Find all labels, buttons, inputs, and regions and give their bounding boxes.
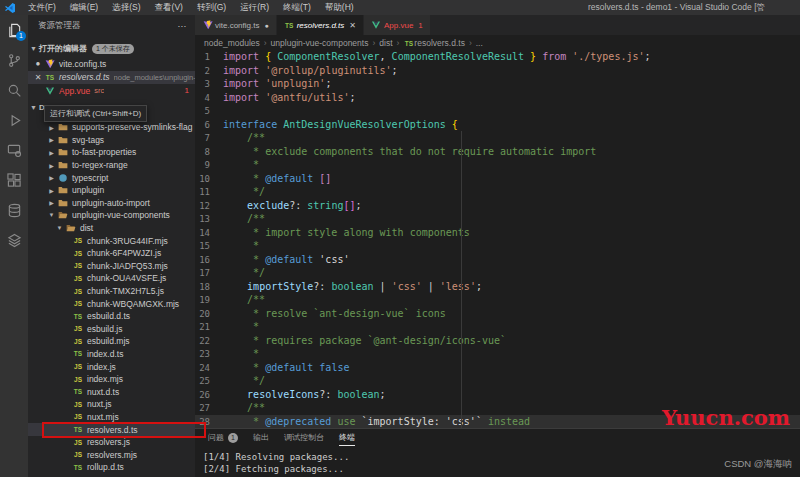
code-line[interactable]: 4import '@antfu/utils';	[195, 91, 800, 105]
line-number: 15	[195, 240, 223, 254]
tree-file-item[interactable]: JSesbuild.mjs	[28, 335, 195, 348]
open-editor-item[interactable]: ✕TSresolvers.d.tsnode_modules\unplugin-v…	[28, 71, 195, 85]
tree-folder-item[interactable]: ▼unplugin-vue-components	[28, 209, 195, 222]
close-icon[interactable]: ✕	[32, 73, 44, 82]
code-line[interactable]: 3import 'unplugin';	[195, 77, 800, 91]
tree-file-item[interactable]: JSchunk-3RUG44IF.mjs	[28, 234, 195, 247]
menu-item-4[interactable]: 转到(G)	[190, 0, 233, 15]
code-line[interactable]: 10 * @default []	[195, 172, 800, 186]
tree-folder-item[interactable]: ▶svg-tags	[28, 134, 195, 147]
menu-item-5[interactable]: 运行(R)	[233, 0, 276, 15]
tree-file-item[interactable]: JSnuxt.mjs	[28, 411, 195, 424]
extensions-icon[interactable]	[0, 165, 28, 195]
panel-tab-调试控制台[interactable]: 调试控制台	[284, 429, 324, 446]
tree-folder-item[interactable]: ▶to-regex-range	[28, 159, 195, 172]
code-line[interactable]: 21 *	[195, 320, 800, 334]
tree-item-label: nuxt.js	[87, 399, 112, 409]
breadcrumb-separator-icon: ›	[264, 38, 267, 48]
menu-item-7[interactable]: 帮助(H)	[318, 0, 361, 15]
run-debug-icon[interactable]	[0, 105, 28, 135]
tree-file-item[interactable]: JSchunk-6F4PWJZI.js	[28, 247, 195, 260]
tab-resolvers.d.ts[interactable]: TSresolvers.d.ts✕	[277, 15, 364, 35]
tree-file-item[interactable]: JSchunk-JIADFQ53.mjs	[28, 260, 195, 273]
tree-file-item[interactable]: TSrollup.d.ts	[28, 461, 195, 474]
code-line[interactable]: 14 * import style along with components	[195, 226, 800, 240]
remote-icon[interactable]	[0, 135, 28, 165]
menu-item-0[interactable]: 文件(F)	[21, 0, 63, 15]
breadcrumb-item[interactable]: ...	[476, 38, 483, 48]
close-icon[interactable]: ✕	[349, 21, 356, 30]
code-line[interactable]: 13 /**	[195, 212, 800, 226]
explorer-icon[interactable]: 1	[0, 15, 28, 45]
chevron-right-icon: ▶	[46, 162, 57, 169]
code-line[interactable]: 15 *	[195, 239, 800, 253]
tree-folder-item[interactable]: ▶unplugin-auto-import	[28, 197, 195, 210]
modified-dot-icon[interactable]: ●	[264, 22, 268, 29]
breadcrumb-item[interactable]: node_modules	[204, 38, 260, 48]
code-token	[223, 281, 247, 292]
code-line[interactable]: 23 *	[195, 347, 800, 361]
problems-count-badge: 1	[228, 433, 238, 443]
code-token: 'css'	[319, 254, 349, 265]
tree-file-item[interactable]: JSchunk-WBQAMGXK.mjs	[28, 297, 195, 310]
panel-tab-输出[interactable]: 输出	[253, 429, 269, 446]
panel-tab-终端[interactable]: 终端	[339, 429, 355, 446]
tree-file-item[interactable]: TSindex.d.ts	[28, 348, 195, 361]
tab-App.vue[interactable]: App.vue1	[364, 15, 431, 35]
code-line[interactable]: 26 resolveIcons?: boolean;	[195, 388, 800, 402]
panel-tab-问题[interactable]: 问题1	[208, 429, 238, 446]
tree-file-item[interactable]: JSchunk-TMX2H7L5.js	[28, 285, 195, 298]
code-line[interactable]: 25 */	[195, 374, 800, 388]
tree-file-item[interactable]: JSchunk-OUA4VSFE.js	[28, 272, 195, 285]
breadcrumb-item[interactable]: TSresolvers.d.ts	[403, 38, 465, 48]
code-line[interactable]: 2import '@rollup/pluginutils';	[195, 64, 800, 78]
code-line[interactable]: 9 *	[195, 158, 800, 172]
tree-file-item[interactable]: JSindex.mjs	[28, 373, 195, 386]
layers-icon[interactable]	[0, 225, 28, 255]
terminal-output[interactable]: [1/4] Resolving packages...[2/4] Fetchin…	[195, 446, 800, 475]
tree-folder-item[interactable]: ▶typescript	[28, 171, 195, 184]
explorer-more-actions-icon[interactable]: ⋯	[178, 21, 188, 31]
code-line[interactable]: 12 exclude?: string[];	[195, 199, 800, 213]
code-line[interactable]: 16 * @default 'css'	[195, 253, 800, 267]
tree-file-item[interactable]: JSnuxt.js	[28, 398, 195, 411]
database-icon[interactable]	[0, 195, 28, 225]
tree-file-item[interactable]: TSnuxt.d.ts	[28, 385, 195, 398]
source-control-icon[interactable]	[0, 45, 28, 75]
tree-file-item[interactable]: JSresolvers.js	[28, 436, 195, 449]
open-editors-section-header[interactable]: ▼ 打开的编辑器 1 个未保存	[28, 42, 195, 55]
tree-folder-item[interactable]: ▶supports-preserve-symlinks-flag	[28, 121, 195, 134]
code-line[interactable]: 8 * exclude components that do not requi…	[195, 145, 800, 159]
tree-folder-item[interactable]: ▶unplugin	[28, 184, 195, 197]
menu-item-6[interactable]: 终端(T)	[276, 0, 318, 15]
tree-file-item[interactable]: TSresolvers.d.ts	[28, 423, 195, 436]
code-line[interactable]: 22 * requires package `@ant-design/icons…	[195, 334, 800, 348]
tree-folder-item[interactable]: ▼dist	[28, 222, 195, 235]
code-line[interactable]: 6interface AntDesignVueResolverOptions {	[195, 118, 800, 132]
tree-file-item[interactable]: JSesbuild.js	[28, 323, 195, 336]
code-line[interactable]: 18 importStyle?: boolean | 'css' | 'less…	[195, 280, 800, 294]
open-editor-item[interactable]: App.vuesrc1	[28, 84, 195, 98]
code-line[interactable]: 5	[195, 104, 800, 118]
search-icon[interactable]	[0, 75, 28, 105]
code-line[interactable]: 19 /**	[195, 293, 800, 307]
open-editor-item[interactable]: ●vite.config.ts	[28, 57, 195, 71]
tab-vite.config.ts[interactable]: vite.config.ts●	[195, 15, 277, 35]
menu-item-1[interactable]: 编辑(E)	[63, 0, 105, 15]
tree-folder-item[interactable]: ▶to-fast-properties	[28, 146, 195, 159]
tree-file-item[interactable]: JSindex.js	[28, 360, 195, 373]
code-line[interactable]: 11 */	[195, 185, 800, 199]
code-editor[interactable]: 1import { ComponentResolver, ComponentRe…	[195, 50, 800, 428]
code-line[interactable]: 17 */	[195, 266, 800, 280]
breadcrumb-item[interactable]: unplugin-vue-components	[271, 38, 369, 48]
code-line[interactable]: 24 * @default false	[195, 361, 800, 375]
tree-file-item[interactable]: TSesbuild.d.ts	[28, 310, 195, 323]
menu-item-3[interactable]: 查看(V)	[148, 0, 190, 15]
code-line[interactable]: 7 /**	[195, 131, 800, 145]
tree-file-item[interactable]: JSresolvers.mjs	[28, 448, 195, 461]
code-line[interactable]: 1import { ComponentResolver, ComponentRe…	[195, 50, 800, 64]
code-line[interactable]: 20 * resolve `ant-design-vue` icons	[195, 307, 800, 321]
tree-item-label: nuxt.mjs	[87, 412, 119, 422]
menu-item-2[interactable]: 选择(S)	[105, 0, 147, 15]
breadcrumb-item[interactable]: dist	[379, 38, 392, 48]
